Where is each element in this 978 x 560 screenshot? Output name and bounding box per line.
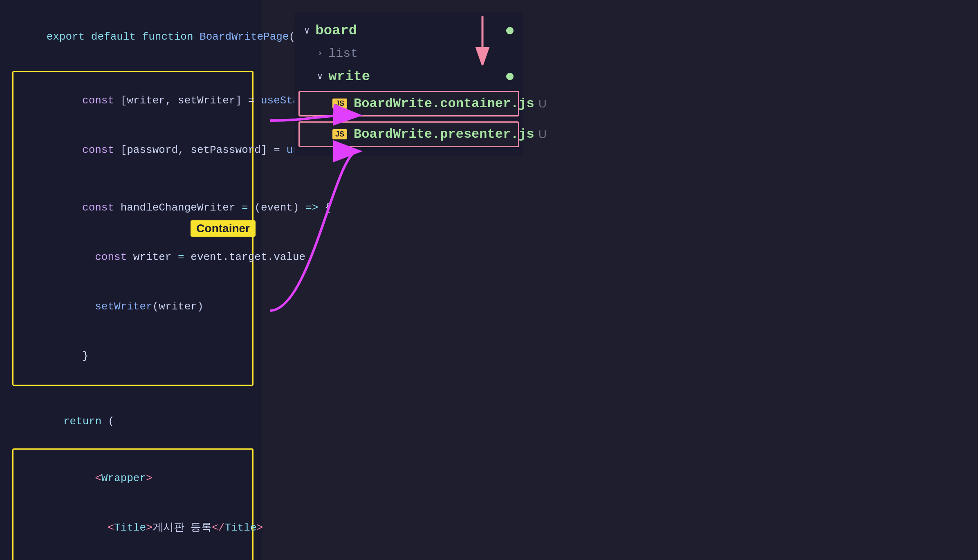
code-line: setWriter(writer) (18, 282, 179, 331)
presenter-file-item[interactable]: JS BoardWrite.presenter.js U (300, 123, 518, 146)
code-line: <Title>게시판 등록</Title> (18, 503, 179, 553)
chevron-down-write-icon: ∨ (317, 71, 323, 82)
container-file-name: BoardWrite.container.js (354, 96, 534, 111)
code-line: const [password, setPassword] = useState… (18, 125, 179, 175)
code-line: const writer = event.target.value (18, 233, 179, 282)
js-badge-container: JS (332, 99, 347, 109)
container-label: Container (191, 220, 256, 237)
return-line: return ( (12, 396, 253, 446)
container-box: const [writer, setWriter] = useState() c… (12, 71, 253, 386)
write-status-dot (506, 73, 514, 80)
board-folder-name: board (315, 23, 357, 38)
main-wrapper: export default function BoardWritePage()… (0, 0, 978, 560)
presenter-file-row[interactable]: JS BoardWrite.presenter.js U (298, 121, 519, 147)
status-dot-green (506, 27, 514, 34)
presenter-u-label: U (538, 128, 547, 141)
red-down-arrow (466, 16, 499, 67)
write-folder[interactable]: ∨ write (294, 65, 523, 88)
code-line: } (18, 331, 179, 381)
right-panel: ∨ board › list ∨ write JS BoardWrite.con… (294, 12, 523, 560)
write-folder-name: write (328, 69, 370, 84)
code-line: <WriterWrapper> (18, 553, 179, 560)
js-badge-presenter: JS (332, 129, 347, 139)
code-panel: export default function BoardWritePage()… (0, 0, 262, 560)
header-line: export default function BoardWritePage()… (8, 12, 253, 62)
code-line: <Wrapper> (18, 454, 179, 503)
container-u-label: U (538, 97, 547, 110)
container-file-row[interactable]: JS BoardWrite.container.js U (298, 91, 519, 116)
code-line: const handleChangeWriter = (event) => { (18, 183, 179, 233)
chevron-right-icon: › (317, 49, 323, 59)
presenter-file-name: BoardWrite.presenter.js (354, 127, 534, 142)
container-file-item[interactable]: JS BoardWrite.container.js U (300, 92, 518, 115)
presenter-box: <Wrapper> <Title>게시판 등록</Title> <WriterW… (12, 448, 253, 560)
list-folder-name: list (328, 47, 358, 60)
code-line: const [writer, setWriter] = useState() (18, 76, 179, 125)
chevron-down-icon: ∨ (304, 25, 310, 36)
